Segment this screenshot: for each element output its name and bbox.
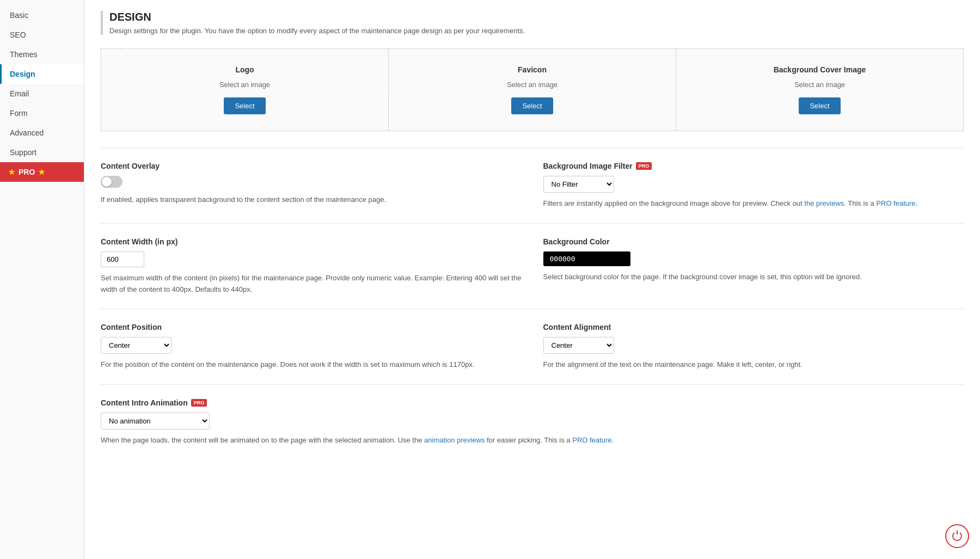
content-overlay-label: Content Overlay: [101, 162, 522, 170]
content-width-desc: Set maximum width of the content (in pix…: [101, 273, 522, 296]
animation-pro-link[interactable]: PRO feature: [572, 436, 611, 444]
content-alignment-desc: For the alignment of the text on the mai…: [543, 359, 964, 371]
section-width-color: Content Width (in px) Set maximum width …: [101, 223, 964, 309]
content-intro-animation-desc: When the page loads, the content will be…: [101, 435, 964, 446]
section-position-alignment: Content Position CenterLeftRight For the…: [101, 309, 964, 384]
bg-color-desc: Select background color for the page. If…: [543, 272, 964, 283]
sidebar-pro-label: PRO: [19, 168, 35, 176]
image-box-title-bg-cover: Background Cover Image: [687, 65, 952, 74]
image-upload-box-logo: Logo Select an image Select: [101, 49, 389, 131]
content-width-col: Content Width (in px) Set maximum width …: [101, 237, 522, 296]
image-box-title-favicon: Favicon: [400, 65, 665, 74]
content-position-select[interactable]: CenterLeftRight: [101, 337, 171, 354]
sidebar: BasicSEOThemesDesignEmailFormAdvancedSup…: [0, 0, 84, 559]
star-icon-left: ★: [8, 168, 15, 176]
bg-filter-previews-link[interactable]: the previews: [804, 199, 844, 207]
sidebar-item-email[interactable]: Email: [0, 84, 84, 103]
bg-filter-label: Background Image Filter PRO: [543, 162, 964, 170]
section-overlay-filter: Content Overlay If enabled, applies tran…: [101, 148, 964, 223]
image-upload-row: Logo Select an image Select Favicon Sele…: [101, 48, 964, 131]
sidebar-item-basic[interactable]: Basic: [0, 5, 84, 25]
content-width-label: Content Width (in px): [101, 237, 522, 246]
page-title: DESIGN: [109, 11, 964, 23]
content-overlay-toggle-wrap: [101, 176, 522, 188]
sidebar-item-support[interactable]: Support: [0, 143, 84, 162]
bg-color-value: 000000: [550, 255, 575, 263]
content-position-col: Content Position CenterLeftRight For the…: [101, 323, 522, 371]
content-alignment-col: Content Alignment CenterLeftRight For th…: [543, 323, 964, 371]
bg-color-input-wrap[interactable]: 000000: [543, 251, 630, 266]
page-header: DESIGN Design settings for the plugin. Y…: [101, 11, 964, 35]
animation-previews-link[interactable]: animation previews: [424, 436, 485, 444]
image-box-subtitle-bg-cover: Select an image: [687, 81, 952, 89]
content-intro-animation-col: Content Intro Animation PRO No animation…: [101, 398, 964, 446]
page-description: Design settings for the plugin. You have…: [109, 27, 964, 35]
content-intro-animation-select[interactable]: No animationFade InSlide UpBounce: [101, 413, 210, 429]
image-upload-box-bg-cover: Background Cover Image Select an image S…: [676, 49, 963, 131]
content-overlay-toggle[interactable]: [101, 176, 122, 188]
bg-filter-pro-badge: PRO: [636, 162, 652, 170]
image-box-select-btn-favicon[interactable]: Select: [511, 97, 553, 114]
content-width-input[interactable]: [101, 251, 144, 267]
sidebar-nav: BasicSEOThemesDesignEmailFormAdvancedSup…: [0, 5, 84, 162]
bg-filter-col: Background Image Filter PRO No FilterBlu…: [543, 162, 964, 210]
content-alignment-select[interactable]: CenterLeftRight: [543, 337, 614, 354]
bg-color-col: Background Color 000000 Select backgroun…: [543, 237, 964, 296]
sidebar-pro-button[interactable]: ★ PRO ★: [0, 162, 84, 182]
bg-filter-pro-link[interactable]: PRO feature: [876, 199, 915, 207]
animation-pro-badge: PRO: [191, 399, 207, 407]
bg-color-label: Background Color: [543, 237, 964, 246]
star-icon-right: ★: [38, 168, 45, 176]
image-box-subtitle-favicon: Select an image: [400, 81, 665, 89]
content-position-label: Content Position: [101, 323, 522, 331]
sidebar-item-design[interactable]: Design: [0, 64, 84, 84]
content-position-desc: For the position of the content on the m…: [101, 359, 522, 371]
image-upload-box-favicon: Favicon Select an image Select: [389, 49, 676, 131]
content-overlay-desc: If enabled, applies transparent backgrou…: [101, 194, 522, 206]
image-box-select-btn-bg-cover[interactable]: Select: [799, 97, 840, 114]
image-box-subtitle-logo: Select an image: [112, 81, 377, 89]
content-overlay-col: Content Overlay If enabled, applies tran…: [101, 162, 522, 210]
bg-filter-select[interactable]: No FilterBlurGrayscaleSepia: [543, 176, 614, 193]
section-intro-animation: Content Intro Animation PRO No animation…: [101, 384, 964, 460]
content-intro-animation-label: Content Intro Animation PRO: [101, 398, 964, 407]
bottom-power-icon[interactable]: [945, 524, 969, 548]
image-box-select-btn-logo[interactable]: Select: [224, 97, 265, 114]
bg-filter-desc: Filters are instantly applied on the bac…: [543, 198, 964, 210]
content-alignment-label: Content Alignment: [543, 323, 964, 331]
sidebar-item-advanced[interactable]: Advanced: [0, 123, 84, 143]
sidebar-item-form[interactable]: Form: [0, 103, 84, 123]
sidebar-item-seo[interactable]: SEO: [0, 25, 84, 45]
sidebar-item-themes[interactable]: Themes: [0, 45, 84, 64]
image-box-title-logo: Logo: [112, 65, 377, 74]
main-content: DESIGN Design settings for the plugin. Y…: [84, 0, 980, 559]
